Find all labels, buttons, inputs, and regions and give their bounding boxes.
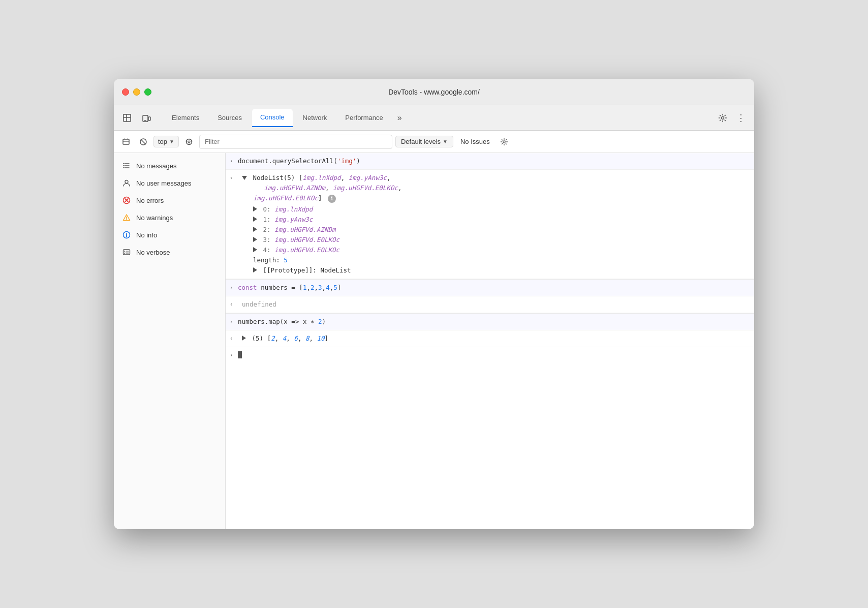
minimize-button[interactable] — [133, 88, 140, 96]
filter-input[interactable] — [199, 135, 392, 149]
svg-point-11 — [722, 116, 724, 119]
console-entry-6: ‹ (5) [2, 4, 6, 8, 10] — [226, 330, 754, 347]
input-arrow-2: › — [230, 283, 233, 292]
close-button[interactable] — [122, 88, 129, 96]
tab-console[interactable]: Console — [252, 109, 293, 127]
chevron-down-icon: ▼ — [169, 139, 174, 144]
console-entry-3: › const numbers = [1,2,3,4,5] — [226, 279, 754, 296]
error-icon — [122, 196, 131, 205]
svg-point-41 — [124, 251, 125, 252]
cursor-arrow: › — [230, 352, 233, 358]
svg-point-29 — [123, 165, 124, 166]
info-badge[interactable]: i — [328, 195, 336, 203]
expand-item1-icon[interactable] — [253, 217, 257, 222]
sidebar-item-no-user-messages[interactable]: No user messages — [114, 174, 225, 192]
sidebar-item-no-messages[interactable]: No messages — [114, 157, 225, 174]
sidebar-item-no-errors[interactable]: No errors — [114, 192, 225, 209]
svg-line-17 — [141, 139, 146, 144]
main-content: No messages No user messages — [114, 153, 754, 529]
no-issues-button[interactable]: No Issues — [456, 136, 494, 147]
traffic-lights — [122, 88, 151, 96]
devtools-window: DevTools - www.google.com/ — [114, 79, 754, 529]
tab-bar-icons — [120, 111, 153, 125]
console-entry-1: › document.querySelectorAll('img') — [226, 153, 754, 170]
tab-bar-right: ⋮ — [716, 111, 748, 125]
user-icon — [122, 178, 131, 188]
sidebar-item-no-info[interactable]: No info — [114, 226, 225, 244]
output-arrow-3: ‹ — [230, 334, 233, 343]
console-settings-button[interactable] — [497, 135, 511, 149]
svg-rect-9 — [148, 117, 150, 120]
verbose-icon — [122, 248, 131, 257]
console-entry-5: › numbers.map(x => x ∗ 2) — [226, 313, 754, 330]
list-icon — [122, 161, 131, 170]
default-levels-button[interactable]: Default levels ▼ — [395, 136, 453, 147]
sidebar: No messages No user messages — [114, 153, 226, 529]
console-input-text-2: const numbers = [1,2,3,4,5] — [238, 284, 341, 291]
output-arrow: ‹ — [230, 173, 233, 183]
expand-array-icon[interactable] — [242, 336, 246, 341]
sidebar-item-no-verbose[interactable]: No verbose — [114, 244, 225, 261]
console-input-text: document.querySelectorAll('img') — [238, 157, 360, 165]
device-toolbar-icon[interactable] — [139, 111, 153, 125]
cursor-blink — [238, 351, 242, 358]
expand-item4-icon[interactable] — [253, 247, 257, 252]
console-input-line[interactable]: › — [226, 347, 754, 362]
input-arrow: › — [230, 157, 233, 166]
svg-point-39 — [126, 233, 127, 234]
tab-sources[interactable]: Sources — [209, 109, 250, 127]
expand-nodelist-icon[interactable] — [242, 176, 247, 180]
warning-icon — [122, 213, 131, 222]
expand-item3-icon[interactable] — [253, 237, 257, 242]
console-input-text-3: numbers.map(x => x ∗ 2) — [238, 318, 326, 325]
toolbar: top ▼ Default levels ▼ No Issues — [114, 131, 754, 153]
output-arrow-2: ‹ — [230, 300, 233, 309]
expand-item2-icon[interactable] — [253, 227, 257, 232]
svg-point-28 — [123, 163, 124, 164]
console-entry-4: ‹ undefined — [226, 296, 754, 313]
input-arrow-3: › — [230, 317, 233, 326]
window-title: DevTools - www.google.com/ — [388, 88, 480, 96]
expand-prototype-icon[interactable] — [253, 267, 257, 272]
live-expressions-button[interactable] — [182, 135, 196, 149]
array-output: (5) [2, 4, 6, 8, 10] — [242, 335, 328, 342]
info-icon — [122, 230, 131, 239]
svg-point-31 — [125, 180, 128, 184]
clear-console-button[interactable] — [119, 135, 133, 149]
tab-elements[interactable]: Elements — [164, 109, 207, 127]
svg-point-36 — [126, 219, 127, 220]
svg-point-24 — [503, 140, 505, 142]
svg-point-19 — [188, 141, 190, 143]
chevron-down-icon: ▼ — [443, 139, 448, 144]
context-selector[interactable]: top ▼ — [153, 136, 179, 147]
console-area[interactable]: › document.querySelectorAll('img') ‹ Nod… — [226, 153, 754, 529]
undefined-text: undefined — [242, 300, 276, 308]
settings-icon[interactable] — [716, 111, 730, 125]
nodelist-output: NodeList(5) [img.lnXdpd, img.yAnw3c, img… — [238, 173, 749, 276]
no-filter-button[interactable] — [136, 135, 150, 149]
svg-rect-0 — [123, 114, 127, 117]
expand-item0-icon[interactable] — [253, 206, 257, 211]
more-tabs-button[interactable]: » — [393, 111, 406, 125]
tab-network[interactable]: Network — [295, 109, 335, 127]
svg-point-42 — [124, 253, 125, 254]
sidebar-item-no-warnings[interactable]: No warnings — [114, 209, 225, 226]
tab-performance[interactable]: Performance — [337, 109, 391, 127]
console-entry-2: ‹ NodeList(5) [img.lnXdpd, img.yAnw3c, i… — [226, 170, 754, 279]
inspect-element-icon[interactable] — [120, 111, 134, 125]
tab-bar: Elements Sources Console Network Perform… — [114, 105, 754, 131]
svg-point-30 — [123, 167, 124, 168]
more-options-icon[interactable]: ⋮ — [734, 111, 748, 125]
maximize-button[interactable] — [144, 88, 151, 96]
svg-rect-12 — [123, 139, 129, 144]
title-bar: DevTools - www.google.com/ — [114, 79, 754, 105]
